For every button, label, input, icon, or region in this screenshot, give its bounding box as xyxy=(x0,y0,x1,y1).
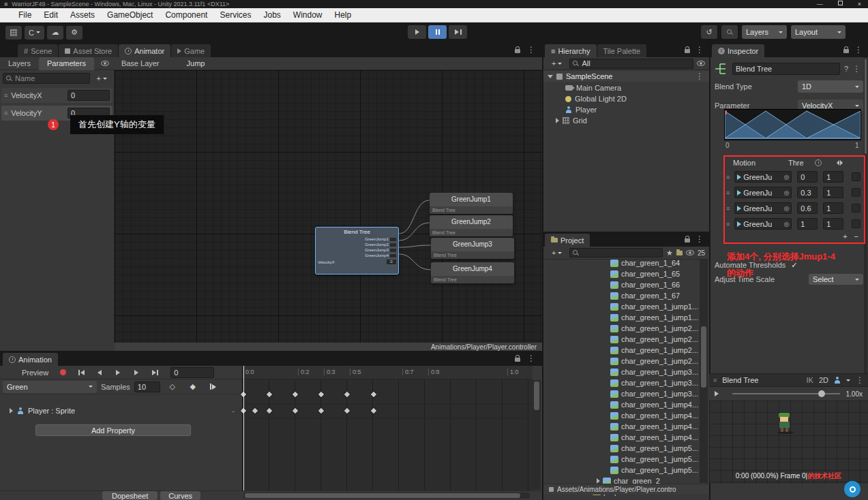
menu-item[interactable]: Edit xyxy=(38,10,64,20)
project-file[interactable]: char_green_1_jump5... xyxy=(610,465,704,475)
project-file[interactable]: char_green_1_66 xyxy=(610,279,704,290)
hierarchy-item-grid[interactable]: Grid xyxy=(556,115,587,126)
add-keyframe-filled-button[interactable]: ◆ xyxy=(185,381,201,392)
next-key-button[interactable] xyxy=(128,367,145,378)
timeline-ruler[interactable]: 0:0 0:2 0:3 0:5 0:7 0:8 1:0 xyxy=(242,366,533,379)
chevron-down-icon[interactable] xyxy=(846,379,850,381)
motion-row[interactable]: ≡ GreenJu ◎ 1 1 xyxy=(725,216,864,232)
scene-visibility-icon[interactable] xyxy=(697,61,705,66)
project-search-input[interactable] xyxy=(569,248,663,257)
project-file[interactable]: char_green_1_65 xyxy=(610,268,704,279)
kebab-menu-icon[interactable]: ⋮ xyxy=(695,234,704,244)
kebab-menu-icon[interactable]: ⋮ xyxy=(856,375,864,385)
add-parameter-button[interactable]: + xyxy=(93,73,111,84)
tab-animation[interactable]: Animation xyxy=(3,353,58,366)
kebab-menu-icon[interactable]: ⋮ xyxy=(854,45,863,54)
preview-viewport[interactable]: 0:00 (000.0%) Frame 0|的技术社区 xyxy=(709,401,868,484)
track-row-player-sprite[interactable]: Player : Sprite - xyxy=(10,405,235,417)
curves-tab-button[interactable]: Curves xyxy=(160,491,200,500)
state-node-greenjump2[interactable]: GreenJump2 Blend Tree xyxy=(430,215,513,236)
maximize-button[interactable] xyxy=(838,1,843,5)
blend-tree-name-field[interactable]: Blend Tree xyxy=(732,63,840,75)
tab-inspector[interactable]: iInspector xyxy=(712,44,764,57)
project-file[interactable]: char_green_1_jump3... xyxy=(610,388,704,399)
blend-playhead-marker[interactable] xyxy=(725,110,727,114)
motion-object-field[interactable]: GreenJu ◎ xyxy=(734,218,792,230)
preview-play-button[interactable] xyxy=(715,391,719,396)
app-menu-icon[interactable]: ≡ xyxy=(4,1,8,7)
tab-asset-store[interactable]: Asset Store xyxy=(59,44,118,57)
adjust-time-scale-dropdown[interactable]: Select xyxy=(809,274,863,285)
play-button[interactable] xyxy=(408,25,426,39)
scrollbar-thumb[interactable] xyxy=(245,493,520,498)
project-file[interactable]: char_green_1_jump1... xyxy=(610,312,704,323)
drag-handle-icon[interactable]: ≡ xyxy=(726,189,730,196)
motion-row[interactable]: ≡ GreenJu ◎ 0.3 1 xyxy=(725,185,864,200)
parameter-value-field[interactable]: 0 xyxy=(68,90,110,101)
object-picker-icon[interactable]: ◎ xyxy=(783,205,789,212)
project-file[interactable]: char_green_1_jump3... xyxy=(610,377,704,388)
create-object-button[interactable]: + xyxy=(548,59,566,69)
preview-toggle-button[interactable]: Preview xyxy=(18,367,53,378)
threshold-field[interactable]: 0.3 xyxy=(797,187,818,198)
parameters-toggle[interactable]: Parameters xyxy=(39,57,94,70)
cloud-button[interactable]: ☁ xyxy=(47,26,63,40)
menu-item[interactable]: Component xyxy=(159,10,213,20)
add-motion-button[interactable]: + xyxy=(843,232,847,240)
lock-icon[interactable] xyxy=(515,358,520,362)
parameter-search-input[interactable]: Name xyxy=(3,73,90,84)
threshold-field[interactable]: 0 xyxy=(797,171,818,183)
blend-tree-node[interactable]: Blend Tree GreenJump1GreenJump2GreenJump… xyxy=(315,227,399,275)
mirror-checkbox[interactable] xyxy=(852,204,860,213)
kebab-menu-icon[interactable]: ⋮ xyxy=(695,72,704,81)
menu-item[interactable]: File xyxy=(12,10,38,20)
slider-handle[interactable] xyxy=(818,390,825,397)
drag-handle-icon[interactable]: ≡ xyxy=(726,174,730,181)
hierarchy-item-main-camera[interactable]: Main Camera xyxy=(565,82,621,93)
project-file[interactable]: char_green_1_jump4... xyxy=(610,399,704,410)
motion-object-field[interactable]: GreenJu ◎ xyxy=(734,171,792,183)
hierarchy-item-global-light[interactable]: Global Light 2D xyxy=(565,93,627,104)
drag-handle-icon[interactable]: ≡ xyxy=(726,205,730,212)
mode-toggle[interactable]: 2D xyxy=(819,376,828,384)
mode-button[interactable] xyxy=(5,26,22,40)
project-file[interactable]: char_green_1_jump5... xyxy=(610,443,704,454)
horizontal-scrollbar[interactable] xyxy=(243,493,530,499)
tab-animator[interactable]: Animator xyxy=(119,44,170,57)
lock-icon[interactable] xyxy=(515,49,520,53)
samples-field[interactable]: 10 xyxy=(134,381,160,392)
scrollbar-thumb[interactable] xyxy=(534,381,539,410)
search-button[interactable] xyxy=(721,25,738,39)
mirror-checkbox[interactable] xyxy=(852,219,860,228)
dopesheet-area[interactable] xyxy=(242,379,533,490)
project-file[interactable]: char_green_1_jump2... xyxy=(610,334,704,345)
layers-dropdown[interactable]: Layers xyxy=(742,25,787,39)
fold-arrow-icon[interactable] xyxy=(10,408,13,413)
object-picker-icon[interactable]: ◎ xyxy=(783,221,789,228)
previous-key-button[interactable] xyxy=(91,367,108,378)
threshold-field[interactable]: 0.6 xyxy=(797,202,818,214)
preview-header[interactable]: ≡ Blend Tree IK 2D ⋮ xyxy=(709,373,868,387)
project-file[interactable]: char_green_1_jump2... xyxy=(610,356,704,366)
motion-row[interactable]: ≡ GreenJu ◎ 0 1 xyxy=(725,169,864,185)
breadcrumb-base-layer[interactable]: Base Layer xyxy=(121,59,160,67)
dopesheet-tab-button[interactable]: Dopesheet xyxy=(102,491,158,500)
scrollbar-thumb[interactable] xyxy=(701,326,706,388)
lock-icon[interactable] xyxy=(685,49,690,53)
blend-type-dropdown[interactable]: 1D xyxy=(798,80,863,93)
time-scale-field[interactable]: 1 xyxy=(823,202,843,214)
playhead[interactable] xyxy=(243,366,244,490)
motion-row[interactable]: ≡ GreenJu ◎ 0.6 1 xyxy=(725,200,864,216)
menu-item[interactable]: Jobs xyxy=(257,10,286,20)
hidden-packages-icon[interactable] xyxy=(686,250,694,255)
time-scale-field[interactable]: 1 xyxy=(823,171,843,183)
lock-icon[interactable] xyxy=(685,238,690,243)
animator-graph[interactable]: Blend Tree GreenJump1GreenJump2GreenJump… xyxy=(115,70,542,343)
threshold-field[interactable]: 1 xyxy=(797,218,818,230)
time-scale-field[interactable]: 1 xyxy=(823,187,843,198)
play-animation-button[interactable] xyxy=(110,367,126,378)
time-scale-field[interactable]: 1 xyxy=(823,218,843,230)
fold-arrow-icon[interactable] xyxy=(556,118,559,123)
state-node-greenjump1[interactable]: GreenJump1 Blend Tree xyxy=(430,193,513,214)
hierarchy-item-player[interactable]: Player xyxy=(565,104,597,115)
